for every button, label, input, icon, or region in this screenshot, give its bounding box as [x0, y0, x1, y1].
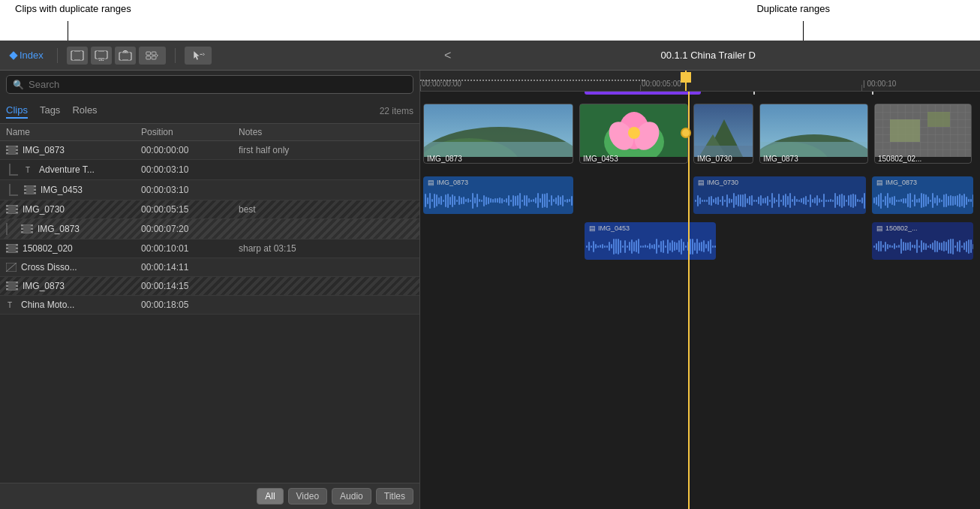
- main-video-track: Adventure Trips -: [423, 98, 977, 169]
- clip-appearance-icon[interactable]: [67, 47, 88, 65]
- clip-name-873-dup: IMG_0873: [763, 155, 798, 163]
- table-row[interactable]: 150802_020 00:00:10:01 sharp at 03:15: [0, 239, 419, 258]
- toolbar-separator-2: [175, 48, 176, 63]
- table-row[interactable]: T China Moto... 00:00:18:05: [0, 296, 419, 315]
- col-position-header: Position: [141, 127, 239, 137]
- diamond-icon: [9, 51, 17, 59]
- selection-tool-icon[interactable]: [185, 47, 212, 65]
- svg-marker-15: [194, 51, 199, 59]
- table-row[interactable]: IMG_0453 00:00:03:10: [0, 180, 419, 200]
- clip-name-730-main: IMG_0730: [697, 155, 732, 163]
- timeline-tracks: Adventure Trips -: [420, 92, 980, 509]
- svg-rect-4: [97, 51, 98, 59]
- svg-rect-11: [146, 52, 151, 55]
- tabs-left: Clips Tags Roles: [6, 103, 98, 119]
- svg-rect-34: [34, 192, 36, 194]
- table-row[interactable]: IMG_0730 00:00:05:15 best: [0, 200, 419, 219]
- audio-clip-453[interactable]: ▤ IMG_0453: [585, 222, 716, 260]
- filter-titles-button[interactable]: Titles: [376, 488, 413, 504]
- table-row[interactable]: IMG_0873 00:00:14:15: [0, 277, 419, 296]
- ruler-mark-0: 00:00:00:00: [422, 80, 461, 88]
- audio-track-row-1: ▤ IMG_0873 ▤ IMG_0730: [423, 176, 977, 218]
- table-row[interactable]: T Adventure T... 00:00:03:10: [0, 160, 419, 180]
- svg-rect-58: [6, 251, 8, 253]
- row-name: IMG_0873: [6, 145, 141, 155]
- title-clip-adventure[interactable]: Adventure Trips -: [585, 92, 701, 95]
- clip-thumbnail-730: [694, 104, 753, 157]
- tab-roles[interactable]: Roles: [72, 103, 97, 119]
- annotation-line-right: [803, 21, 804, 41]
- svg-rect-69: [6, 288, 8, 291]
- ruler-marks: 00:00:00:00 00:00:05:00 | 00:00:10: [420, 71, 980, 91]
- grid-icon[interactable]: [139, 47, 166, 65]
- tab-tags[interactable]: Tags: [40, 103, 60, 119]
- svg-rect-50: [31, 224, 33, 227]
- audio-waveform-873-dup: ▤ IMG_0873: [872, 176, 973, 214]
- annotation-right: Duplicate ranges: [756, 3, 830, 14]
- annotation-area: Clips with duplicate ranges Duplicate ra…: [0, 0, 980, 41]
- export-icon[interactable]: [115, 47, 136, 65]
- svg-rect-19: [6, 146, 8, 148]
- row-notes: best: [239, 204, 413, 215]
- audio-clip-150802[interactable]: ▤ 150802_...: [872, 222, 973, 260]
- audio-label-873-1: ▤ IMG_0873: [428, 179, 468, 186]
- audio-clip-873-dup[interactable]: ▤ IMG_0873: [872, 176, 973, 214]
- import-icon[interactable]: [91, 47, 112, 65]
- audio-clip-730[interactable]: ▤ IMG_0730: [693, 176, 866, 214]
- svg-rect-48: [21, 228, 23, 230]
- svg-rect-93: [875, 104, 971, 157]
- svg-rect-9: [128, 53, 130, 60]
- svg-rect-49: [21, 231, 23, 233]
- ruler-mark-1: 00:00:05:00: [642, 80, 681, 88]
- row-position: 00:00:14:15: [141, 281, 239, 291]
- row-notes: sharp at 03:15: [239, 243, 413, 254]
- tab-clips[interactable]: Clips: [6, 103, 28, 119]
- audio-waveform-730: ▤ IMG_0730: [693, 176, 866, 214]
- video-clip-453[interactable]: IMG_0453: [579, 104, 688, 164]
- filter-audio-button[interactable]: Audio: [332, 488, 371, 504]
- svg-rect-31: [24, 192, 26, 194]
- table-row[interactable]: IMG_0873 00:00:00:00 first half only: [0, 141, 419, 160]
- audio-clip-873-1[interactable]: ▤ IMG_0873: [423, 176, 573, 214]
- audio-track-row-2: ▤ IMG_0453 ▤ 150802_...: [423, 222, 977, 264]
- svg-rect-41: [16, 205, 18, 207]
- video-clip-873-dup[interactable]: IMG_0873: [759, 104, 868, 164]
- row-position: 00:00:05:15: [141, 204, 239, 215]
- filter-video-button[interactable]: Video: [288, 488, 327, 504]
- svg-rect-33: [34, 189, 36, 191]
- index-label: Index: [20, 50, 44, 61]
- audio-label-873-dup: ▤ IMG_0873: [876, 179, 917, 186]
- row-notes: first half only: [239, 145, 413, 155]
- table-row[interactable]: IMG_0873 00:00:07:20: [0, 219, 419, 239]
- timeline-ruler: 00:00:00:00 00:00:05:00 | 00:00:10: [420, 71, 980, 92]
- video-clip-150802[interactable]: 150802_02...: [874, 104, 972, 164]
- row-position: 00:00:18:05: [141, 300, 239, 310]
- ruler-line-1: [640, 85, 641, 91]
- filter-all-button[interactable]: All: [257, 488, 283, 504]
- index-button[interactable]: Index: [6, 47, 48, 63]
- search-input[interactable]: [29, 79, 407, 90]
- svg-rect-67: [6, 282, 8, 284]
- main-container: Index: [0, 41, 980, 509]
- audio-waveform-873-1: ▤ IMG_0873: [423, 176, 573, 214]
- video-clip-730-main[interactable]: IMG_0730: [693, 104, 753, 164]
- timeline-title: 00.1.1 China Trailer D: [660, 50, 755, 61]
- playhead-head: [681, 72, 691, 83]
- svg-rect-95: [927, 112, 950, 127]
- svg-rect-94: [890, 119, 920, 142]
- svg-rect-14: [152, 56, 156, 59]
- playhead-circle: [681, 128, 691, 138]
- svg-rect-72: [16, 288, 18, 291]
- svg-rect-56: [6, 244, 8, 246]
- toolbar: Index: [0, 41, 980, 71]
- clip-thumbnail-873-1: [424, 104, 573, 157]
- search-wrapper: 🔍: [6, 75, 413, 94]
- table-row[interactable]: Cross Disso... 00:00:14:11: [0, 258, 419, 277]
- svg-point-83: [628, 127, 640, 139]
- svg-text:T: T: [26, 166, 30, 174]
- row-position: 00:00:07:20: [141, 224, 239, 234]
- playhead-line: [688, 92, 690, 509]
- back-arrow[interactable]: <: [438, 46, 457, 65]
- audio-label-730: ▤ IMG_0730: [698, 179, 738, 186]
- video-clip-873-1[interactable]: IMG_0873: [423, 104, 573, 164]
